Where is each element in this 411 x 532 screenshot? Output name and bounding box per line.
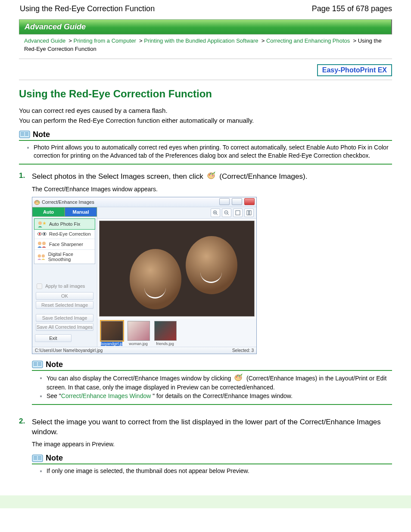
fx-face-smoothing[interactable]: Digital Face Smoothing	[34, 250, 95, 264]
svg-rect-47	[32, 455, 43, 462]
intro-text-1: You can correct red eyes caused by a cam…	[19, 107, 392, 114]
checkbox-icon[interactable]	[37, 283, 42, 289]
crumb-advanced-guide[interactable]: Advanced Guide	[24, 37, 65, 44]
note-item: You can also display the Correct/Enhance…	[47, 373, 392, 392]
step-1-text-a: Select photos in the Select Images scree…	[32, 172, 206, 180]
svg-point-46	[240, 377, 241, 378]
tab-manual[interactable]: Manual	[65, 207, 97, 217]
divider	[19, 80, 392, 80]
fx-red-eye[interactable]: Red-Eye Correction	[34, 229, 95, 239]
easy-photoprint-badge: Easy-PhotoPrint EX	[317, 64, 392, 76]
apply-all-checkbox[interactable]: Apply to all images	[35, 282, 94, 290]
svg-line-26	[216, 214, 218, 215]
thumbnail-caption: woman.jpg	[128, 342, 149, 346]
thumbnail-caption: friends.jpg	[154, 342, 176, 346]
palette-icon	[34, 199, 40, 205]
fx-label: Auto Photo Fix	[49, 221, 80, 227]
faces-icon	[37, 253, 46, 260]
note-text: You can also display the Correct/Enhance…	[47, 374, 233, 381]
svg-rect-35	[32, 361, 43, 368]
status-path: C:\Users\User Name\boyandgirl.jpg	[35, 348, 103, 353]
svg-point-9	[210, 173, 211, 174]
thumbnail[interactable]: boyandgirl.jpg	[101, 321, 122, 346]
note-text: See "	[47, 392, 61, 399]
note-header: Note	[19, 130, 392, 141]
crumb-correcting-photos[interactable]: Correcting and Enhancing Photos	[266, 37, 350, 44]
step-1-text-b: (Correct/Enhance Images).	[219, 172, 307, 180]
note-end-rule	[32, 404, 392, 405]
apply-all-label: Apply to all images	[45, 283, 85, 289]
svg-point-13	[35, 202, 36, 202]
note-list: You can also display the Correct/Enhance…	[32, 373, 392, 401]
svg-point-10	[212, 174, 213, 175]
note-list: If only one image is selected, the thumb…	[32, 467, 392, 476]
thumbnail[interactable]: woman.jpg	[128, 321, 149, 346]
guide-banner: Advanced Guide	[19, 19, 392, 34]
crumb-bundled-app[interactable]: Printing with the Bundled Application So…	[144, 37, 258, 44]
breadcrumb: Advanced Guide > Printing from a Compute…	[19, 34, 392, 55]
crumb-printing-computer[interactable]: Printing from a Computer	[74, 37, 136, 44]
link-correct-enhance-window[interactable]: Correct/Enhance Images Window	[61, 392, 151, 399]
save-selected-button[interactable]: Save Selected Image	[36, 314, 93, 322]
maximize-button[interactable]	[232, 198, 242, 205]
note-item: If only one image is selected, the thumb…	[47, 467, 392, 476]
divider	[19, 59, 392, 59]
svg-point-11	[212, 175, 213, 177]
photo-placeholder	[130, 249, 181, 309]
fx-face-sharpener[interactable]: Face Sharpener	[34, 239, 95, 250]
thumbnail[interactable]: friends.jpg	[154, 321, 176, 346]
svg-rect-32	[236, 211, 240, 215]
step-2-subtext: The image appears in Preview.	[32, 441, 392, 448]
note-icon	[32, 454, 43, 462]
person-star-icon	[37, 221, 47, 227]
status-selected: Selected: 3	[232, 348, 254, 353]
fx-label: Digital Face Smoothing	[48, 252, 92, 262]
svg-point-18	[39, 233, 40, 235]
intro-text-2: You can perform the Red-Eye Correction f…	[19, 117, 392, 124]
svg-rect-34	[249, 211, 252, 215]
palette-icon	[234, 373, 243, 384]
step-2-text: Select the image you want to correct fro…	[32, 417, 392, 438]
page-indicator: Page 155 of 678 pages	[312, 4, 392, 13]
compare-icon[interactable]	[244, 208, 254, 217]
eye-icon	[37, 231, 47, 237]
thumbnail-caption: boyandgirl.jpg	[101, 342, 122, 346]
correct-enhance-window: Correct/Enhance Images Auto Manual	[32, 197, 257, 354]
note-icon	[19, 131, 30, 138]
note-item: Photo Print allows you to automatically …	[34, 143, 392, 160]
fx-label: Face Sharpener	[49, 242, 83, 247]
zoom-in-icon[interactable]	[211, 208, 220, 217]
fx-auto-photo-fix[interactable]: Auto Photo Fix	[34, 218, 95, 230]
note-header: Note	[32, 360, 392, 371]
minimize-button[interactable]	[219, 198, 230, 205]
zoom-out-icon[interactable]	[222, 208, 231, 217]
thumbnail-image	[101, 321, 123, 341]
close-button[interactable]	[244, 198, 255, 205]
svg-point-8	[209, 174, 210, 176]
doc-title: Using the Red-Eye Correction Function	[20, 4, 155, 13]
fullscreen-icon[interactable]	[233, 208, 243, 217]
note-title: Note	[33, 130, 50, 139]
ok-button[interactable]: OK	[36, 292, 93, 300]
svg-point-20	[44, 233, 45, 235]
save-all-button[interactable]: Save All Corrected Images	[36, 323, 93, 331]
svg-point-23	[38, 254, 41, 257]
fx-label: Red-Eye Correction	[49, 231, 91, 236]
svg-point-44	[237, 375, 239, 376]
svg-line-30	[227, 214, 229, 215]
preview-area	[99, 221, 255, 317]
svg-rect-0	[19, 131, 30, 138]
exit-button[interactable]: Exit	[35, 334, 72, 342]
note-header: Note	[32, 454, 392, 464]
reset-button[interactable]: Reset Selected Image	[36, 301, 93, 309]
svg-point-14	[37, 201, 37, 202]
tab-auto[interactable]: Auto	[32, 207, 65, 217]
palette-icon	[207, 171, 216, 182]
note-end-rule	[19, 164, 392, 165]
footer-bar	[0, 495, 411, 508]
note-icon	[32, 361, 43, 368]
step-number-2: 2.	[19, 417, 28, 479]
svg-point-43	[236, 376, 237, 377]
step-1-subtext: The Correct/Enhance Images window appear…	[32, 186, 392, 193]
svg-point-16	[38, 221, 42, 225]
